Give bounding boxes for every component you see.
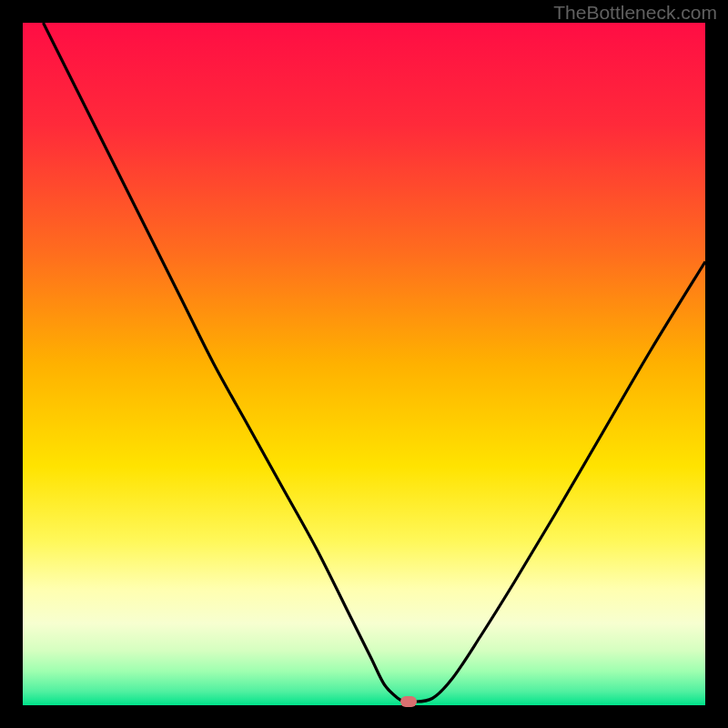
chart-area <box>23 23 705 705</box>
watermark-text: TheBottleneck.com <box>553 2 717 24</box>
bottleneck-curve <box>23 23 705 705</box>
optimal-marker <box>400 696 417 707</box>
